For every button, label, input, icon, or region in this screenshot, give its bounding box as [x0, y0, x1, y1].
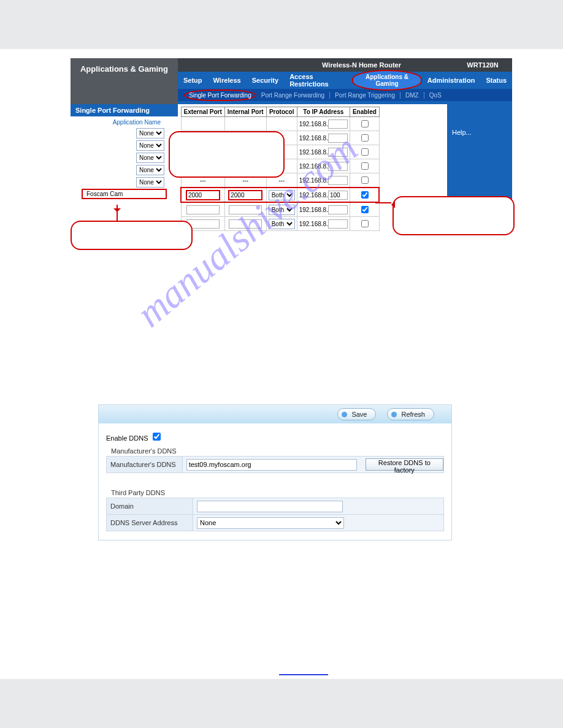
subtab-dmz[interactable]: DMZ [400, 92, 424, 99]
table-row: 192.168.8. [181, 117, 379, 131]
enable-ddns-line: Enable DDNS [106, 431, 444, 442]
enable-checkbox[interactable] [361, 176, 369, 184]
ip-prefix: 192.168.8. [299, 207, 328, 213]
ip-suffix-input[interactable] [328, 162, 348, 171]
table-section-title: Single Port Forwarding [71, 104, 178, 116]
server-label: DDNS Server Address [107, 515, 193, 531]
subtab-single-port[interactable]: Single Port Forwarding [184, 89, 256, 101]
ext-port-input[interactable] [186, 190, 220, 200]
ip-suffix-input[interactable] [328, 119, 348, 129]
enable-checkbox[interactable] [361, 148, 369, 156]
enable-checkbox[interactable] [361, 134, 369, 142]
page-top-bar [0, 0, 563, 49]
subtab-port-range-fwd[interactable]: Port Range Forwarding [256, 92, 330, 99]
server-select[interactable]: None [197, 517, 344, 529]
model-name: WRT120N [458, 58, 507, 72]
ip-prefix: 192.168.8. [299, 192, 328, 199]
callout-box-3 [393, 196, 515, 235]
domain-label: Domain [107, 498, 193, 514]
main-tabs: Setup Wireless Security Access Restricti… [178, 72, 512, 89]
manu-ddns-section: Manufacturer's DDNS [111, 447, 444, 455]
section-text: Applications & Gaming [80, 64, 168, 74]
foscam-cam-input[interactable]: Foscam Cam [82, 189, 167, 199]
router-section-title: Applications & Gaming [71, 58, 178, 104]
enable-checkbox[interactable] [361, 162, 369, 170]
ip-suffix-input[interactable] [328, 176, 348, 185]
router-titlebar: Wireless-N Home Router WRT120N [178, 58, 512, 72]
appname-select-1[interactable]: None [136, 128, 164, 138]
ip-suffix-input[interactable] [328, 219, 348, 229]
enable-ddns-label: Enable DDNS [106, 434, 148, 442]
tab-security[interactable]: Security [247, 77, 284, 84]
manu-ddns-input[interactable] [186, 459, 357, 471]
ext-port-input[interactable] [186, 205, 220, 214]
protocol-select[interactable]: Both [269, 219, 295, 229]
tab-access[interactable]: Access Restrictions [284, 73, 352, 88]
appname-select-2[interactable]: None [136, 140, 164, 151]
table-row: Both192.168.8. [181, 202, 379, 217]
ip-prefix: 192.168.8. [299, 163, 328, 170]
callout-box-2 [71, 221, 193, 250]
tab-apps-gaming[interactable]: Applications & Gaming [352, 70, 421, 91]
ip-suffix-input[interactable] [328, 134, 348, 143]
tab-status[interactable]: Status [480, 77, 512, 84]
manu-ddns-label: Manufacturer's DDNS [107, 457, 183, 472]
foscam-row: Both 192.168.8. [181, 188, 379, 202]
tab-admin[interactable]: Administration [422, 77, 481, 84]
tab-wireless[interactable]: Wireless [208, 77, 247, 84]
footer-link-underline [279, 673, 328, 675]
ip-prefix: 192.168.8. [299, 121, 328, 127]
table-row: Both192.168.8. [181, 217, 379, 231]
third-party-section: Third Party DDNS [111, 489, 444, 496]
app-name-header: Application Name [71, 116, 178, 128]
protocol-select[interactable]: Both [269, 205, 295, 215]
save-button[interactable]: Save [337, 408, 376, 420]
ip-prefix: 192.168.8. [299, 177, 328, 184]
tab-setup[interactable]: Setup [178, 77, 208, 84]
product-name: Wireless-N Home Router [322, 61, 401, 69]
col-int: Internal Port [224, 107, 266, 117]
server-row: DDNS Server Address None [106, 515, 444, 531]
refresh-button[interactable]: Refresh [387, 408, 434, 420]
enable-checkbox[interactable] [361, 191, 369, 199]
appname-select-4[interactable]: None [136, 165, 164, 175]
page-bottom-bar [0, 679, 563, 728]
appname-select-5[interactable]: None [136, 177, 164, 188]
protocol-select[interactable]: Both [269, 190, 295, 200]
ddns-panel: Save Refresh Enable DDNS Manufacturer's … [98, 404, 452, 540]
arrow-right-icon [388, 201, 395, 208]
subtab-qos[interactable]: QoS [424, 92, 446, 99]
ip-suffix-input[interactable] [328, 148, 348, 157]
ip-prefix: 192.168.8. [299, 221, 328, 227]
subtab-port-range-trig[interactable]: Port Range Triggering [330, 92, 400, 99]
enable-checkbox[interactable] [361, 206, 369, 213]
manu-ddns-row: Manufacturer's DDNS Restore DDNS to fact… [106, 456, 444, 473]
ip-prefix: 192.168.8. [299, 149, 328, 156]
callout-box-1 [169, 131, 285, 178]
int-port-input[interactable] [229, 205, 262, 214]
enable-checkbox[interactable] [361, 220, 369, 227]
col-proto: Protocol [266, 107, 297, 117]
enable-ddns-checkbox[interactable] [153, 433, 161, 441]
col-en: Enabled [350, 107, 379, 117]
ip-suffix-input[interactable] [328, 205, 348, 214]
domain-input[interactable] [197, 501, 343, 512]
restore-ddns-button[interactable]: Restore DDNS to factory [366, 458, 443, 471]
ip-suffix-input[interactable] [328, 191, 348, 200]
int-port-input[interactable] [229, 219, 262, 229]
help-link[interactable]: Help... [452, 129, 472, 136]
int-port-input[interactable] [228, 190, 262, 200]
ip-prefix: 192.168.8. [299, 135, 328, 142]
col-ip: To IP Address [297, 107, 350, 117]
enable-checkbox[interactable] [361, 120, 369, 127]
domain-row: Domain [106, 498, 444, 515]
appname-select-3[interactable]: None [136, 153, 164, 163]
sub-tabs: Single Port Forwarding Port Range Forwar… [178, 89, 512, 101]
ddns-toolbar: Save Refresh [99, 405, 451, 423]
arrow-down-icon [113, 208, 121, 216]
col-ext: External Port [181, 107, 224, 117]
